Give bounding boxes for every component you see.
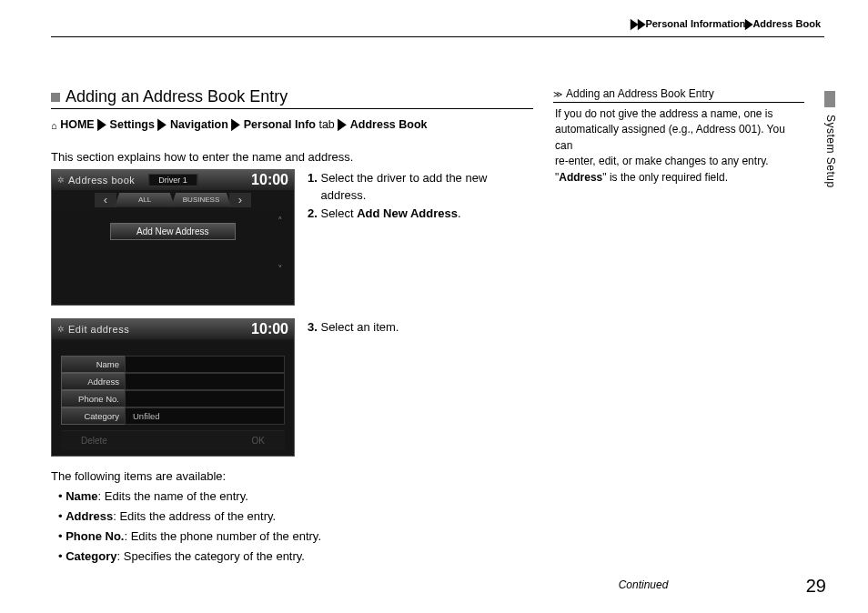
device-screenshot-2: ✲ Edit address 10:00 Name Address: [51, 318, 295, 457]
bullet-phone: Phone No.: Edits the phone number of the…: [58, 527, 533, 547]
screen1-title: Address book: [68, 175, 135, 186]
chevron-left-icon[interactable]: ‹: [95, 193, 116, 207]
step-1-text: Select the driver to add the new: [320, 171, 487, 185]
chevron-right-icon[interactable]: ›: [229, 193, 251, 207]
bullet-name: Name: Edits the name of the entry.: [58, 487, 533, 507]
chevron-up-icon[interactable]: ˄: [278, 216, 283, 227]
sidebar-body: If you do not give the address a name, o…: [553, 103, 804, 186]
label-address: Address: [61, 373, 125, 390]
path-navigation: Navigation: [170, 118, 228, 131]
form-row-category[interactable]: Category Unfiled: [61, 407, 285, 425]
sidebar-line4c: " is the only required field.: [602, 171, 728, 184]
bullet-address-label: Address: [66, 509, 113, 523]
header-rule: [51, 36, 824, 37]
value-category[interactable]: Unfiled: [125, 407, 285, 425]
label-name: Name: [61, 356, 125, 373]
step-1: 1. Select the driver to add the new addr…: [308, 169, 487, 205]
page-number: 29: [806, 576, 826, 597]
sidebar-heading: ≫ Adding an Address Book Entry: [553, 87, 804, 103]
side-tab-label: System Setup: [824, 115, 837, 188]
step-3: 3. Select an item.: [308, 318, 399, 337]
triangle-icon: ▶: [231, 113, 240, 136]
bullet-name-text: : Edits the name of the entry.: [98, 489, 248, 503]
step-num: 1.: [308, 171, 318, 185]
nav-path: HOME ▶ Settings ▶ Navigation ▶ Personal …: [51, 116, 533, 134]
triangle-icon: ▶▶: [631, 15, 645, 32]
section-heading: Adding an Address Book Entry: [51, 87, 533, 109]
label-category: Category: [61, 407, 125, 425]
value-phone[interactable]: [125, 390, 285, 407]
clock: 10:00: [251, 321, 288, 337]
bullet-phone-text: : Edits the phone number of the entry.: [124, 529, 321, 543]
clock: 10:00: [251, 172, 288, 188]
side-tab-marker: [824, 91, 835, 107]
step-3-text: Select an item.: [320, 320, 399, 334]
step-1-textb: address.: [320, 188, 366, 202]
gear-icon: ✲: [57, 325, 65, 334]
path-personal-info: Personal Info: [244, 118, 316, 131]
add-new-address-button[interactable]: Add New Address: [110, 223, 236, 240]
step-2-text-b: Add New Address: [357, 206, 458, 220]
sidebar-line3: re-enter, edit, or make changes to any e…: [555, 155, 769, 167]
device-screenshot-1: ✲ Address book Driver 1 10:00 ‹ ALL BUSI…: [51, 169, 295, 306]
bullet-phone-label: Phone No.: [66, 529, 124, 543]
double-triangle-icon: ≫: [553, 89, 562, 99]
sidebar-line2: automatically assigned (e.g., Address 00…: [555, 123, 785, 151]
value-address[interactable]: [125, 373, 285, 390]
section-intro: This section explains how to enter the n…: [51, 150, 533, 164]
form-row-address[interactable]: Address: [61, 373, 285, 390]
form-row-phone[interactable]: Phone No.: [61, 390, 285, 407]
home-icon: [51, 118, 57, 131]
step-num: 2.: [308, 206, 318, 220]
step-2-text-a: Select: [320, 206, 357, 220]
sidebar-line4b: Address: [559, 171, 602, 184]
available-intro: The following items are available:: [51, 469, 533, 483]
step-num: 3.: [308, 320, 318, 334]
path-tab-word: tab: [318, 118, 334, 131]
step-2: 2. Select Add New Address.: [308, 205, 487, 223]
tab-all[interactable]: ALL: [115, 193, 175, 207]
bullet-category-label: Category: [66, 549, 116, 563]
square-icon: [51, 93, 60, 102]
value-name[interactable]: [125, 356, 285, 373]
gear-icon: ✲: [57, 176, 65, 185]
bullet-category: Category: Specifies the category of the …: [58, 547, 533, 567]
bullet-category-text: : Specifies the category of the entry.: [117, 549, 305, 563]
sidebar-line1: If you do not give the address a name, o…: [555, 107, 772, 120]
form-row-name[interactable]: Name: [61, 356, 285, 373]
bullet-name-label: Name: [66, 489, 97, 503]
continued-label: Continued: [0, 578, 868, 591]
sidebar-title: Adding an Address Book Entry: [566, 87, 714, 100]
chevron-down-icon[interactable]: ˅: [278, 264, 283, 276]
breadcrumb: ▶▶Personal Information▶Address Book: [631, 18, 821, 30]
delete-button[interactable]: Delete: [81, 436, 107, 446]
bullet-address-text: : Edits the address of the entry.: [113, 509, 276, 523]
step-2-text-c: .: [458, 206, 461, 220]
path-address-book: Address Book: [350, 118, 428, 131]
label-phone: Phone No.: [61, 390, 125, 407]
path-home: HOME: [60, 118, 95, 131]
driver-selector[interactable]: Driver 1: [148, 174, 197, 186]
triangle-icon: ▶: [157, 113, 167, 136]
path-settings: Settings: [110, 118, 155, 131]
triangle-icon: ▶: [745, 15, 752, 32]
triangle-icon: ▶: [97, 113, 106, 136]
bullet-address: Address: Edits the address of the entry.: [58, 507, 533, 527]
section-title: Adding an Address Book Entry: [66, 87, 288, 106]
triangle-icon: ▶: [338, 113, 347, 136]
screen2-title: Edit address: [68, 324, 129, 335]
breadcrumb-1: Personal Information: [645, 18, 745, 29]
ok-button[interactable]: OK: [252, 436, 265, 446]
tab-business[interactable]: BUSINESS: [171, 193, 231, 207]
breadcrumb-2: Address Book: [752, 18, 821, 29]
